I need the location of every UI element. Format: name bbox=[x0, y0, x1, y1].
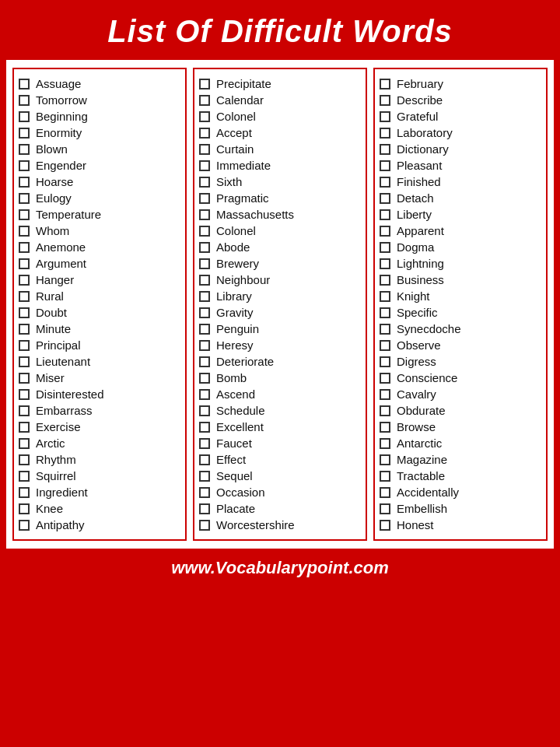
checkbox-icon[interactable] bbox=[19, 487, 30, 498]
checkbox-icon[interactable] bbox=[380, 144, 390, 155]
checkbox-icon[interactable] bbox=[380, 340, 390, 351]
checkbox-icon[interactable] bbox=[19, 144, 30, 155]
checkbox-icon[interactable] bbox=[19, 291, 30, 302]
checkbox-icon[interactable] bbox=[380, 307, 390, 318]
list-item: Dogma bbox=[380, 239, 541, 255]
checkbox-icon[interactable] bbox=[380, 193, 390, 204]
checkbox-icon[interactable] bbox=[380, 275, 390, 286]
checkbox-icon[interactable] bbox=[199, 144, 210, 155]
checkbox-icon[interactable] bbox=[199, 324, 210, 335]
checkbox-icon[interactable] bbox=[199, 405, 210, 416]
checkbox-icon[interactable] bbox=[199, 193, 210, 204]
checkbox-icon[interactable] bbox=[19, 177, 30, 188]
checkbox-icon[interactable] bbox=[380, 160, 390, 171]
checkbox-icon[interactable] bbox=[199, 356, 210, 367]
checkbox-icon[interactable] bbox=[199, 389, 210, 400]
list-item: Pragmatic bbox=[199, 190, 361, 206]
checkbox-icon[interactable] bbox=[380, 356, 390, 367]
checkbox-icon[interactable] bbox=[380, 487, 390, 498]
checkbox-icon[interactable] bbox=[19, 438, 30, 449]
checkbox-icon[interactable] bbox=[380, 503, 390, 514]
checkbox-icon[interactable] bbox=[380, 242, 390, 253]
list-item: Cavalry bbox=[380, 386, 541, 402]
checkbox-icon[interactable] bbox=[380, 324, 390, 335]
checkbox-icon[interactable] bbox=[19, 307, 30, 318]
checkbox-icon[interactable] bbox=[380, 471, 390, 482]
checkbox-icon[interactable] bbox=[380, 438, 390, 449]
checkbox-icon[interactable] bbox=[19, 422, 30, 433]
checkbox-icon[interactable] bbox=[19, 160, 30, 171]
checkbox-icon[interactable] bbox=[19, 373, 30, 384]
checkbox-icon[interactable] bbox=[19, 209, 30, 220]
checkbox-icon[interactable] bbox=[199, 373, 210, 384]
word-label: Sequel bbox=[216, 469, 253, 482]
checkbox-icon[interactable] bbox=[199, 242, 210, 253]
checkbox-icon[interactable] bbox=[199, 471, 210, 482]
checkbox-icon[interactable] bbox=[19, 226, 30, 237]
list-item: Anemone bbox=[19, 239, 180, 255]
checkbox-icon[interactable] bbox=[380, 373, 390, 384]
checkbox-icon[interactable] bbox=[199, 291, 210, 302]
checkbox-icon[interactable] bbox=[19, 128, 30, 139]
checkbox-icon[interactable] bbox=[199, 454, 210, 465]
checkbox-icon[interactable] bbox=[199, 275, 210, 286]
checkbox-icon[interactable] bbox=[199, 160, 210, 171]
checkbox-icon[interactable] bbox=[380, 95, 390, 106]
checkbox-icon[interactable] bbox=[19, 258, 30, 269]
checkbox-icon[interactable] bbox=[380, 79, 390, 89]
checkbox-icon[interactable] bbox=[380, 454, 390, 465]
checkbox-icon[interactable] bbox=[199, 95, 210, 106]
checkbox-icon[interactable] bbox=[199, 177, 210, 188]
checkbox-icon[interactable] bbox=[199, 258, 210, 269]
checkbox-icon[interactable] bbox=[199, 307, 210, 318]
checkbox-icon[interactable] bbox=[380, 209, 390, 220]
checkbox-icon[interactable] bbox=[199, 128, 210, 139]
checkbox-icon[interactable] bbox=[19, 111, 30, 122]
checkbox-icon[interactable] bbox=[19, 520, 30, 531]
checkbox-icon[interactable] bbox=[199, 520, 210, 531]
list-item: Squirrel bbox=[19, 468, 180, 484]
checkbox-icon[interactable] bbox=[19, 471, 30, 482]
checkbox-icon[interactable] bbox=[19, 242, 30, 253]
checkbox-icon[interactable] bbox=[19, 340, 30, 351]
list-item: Miser bbox=[19, 370, 180, 386]
checkbox-icon[interactable] bbox=[380, 128, 390, 139]
checkbox-icon[interactable] bbox=[199, 79, 210, 89]
checkbox-icon[interactable] bbox=[19, 503, 30, 514]
checkbox-icon[interactable] bbox=[380, 520, 390, 531]
word-label: Blown bbox=[36, 142, 68, 156]
checkbox-icon[interactable] bbox=[380, 389, 390, 400]
checkbox-icon[interactable] bbox=[199, 209, 210, 220]
checkbox-icon[interactable] bbox=[380, 291, 390, 302]
list-item: Temperature bbox=[19, 206, 180, 223]
checkbox-icon[interactable] bbox=[380, 405, 390, 416]
checkbox-icon[interactable] bbox=[199, 503, 210, 514]
column-2: PrecipitateCalendarColonelAcceptCurtainI… bbox=[193, 68, 367, 541]
checkbox-icon[interactable] bbox=[19, 324, 30, 335]
checkbox-icon[interactable] bbox=[380, 177, 390, 188]
checkbox-icon[interactable] bbox=[19, 193, 30, 204]
list-item: Precipitate bbox=[199, 75, 361, 92]
checkbox-icon[interactable] bbox=[380, 258, 390, 269]
checkbox-icon[interactable] bbox=[19, 275, 30, 286]
checkbox-icon[interactable] bbox=[199, 438, 210, 449]
checkbox-icon[interactable] bbox=[19, 79, 30, 89]
checkbox-icon[interactable] bbox=[19, 454, 30, 465]
checkbox-icon[interactable] bbox=[380, 111, 390, 122]
checkbox-icon[interactable] bbox=[19, 389, 30, 400]
checkbox-icon[interactable] bbox=[199, 487, 210, 498]
checkbox-icon[interactable] bbox=[380, 422, 390, 433]
checkbox-icon[interactable] bbox=[380, 226, 390, 237]
list-item: Whom bbox=[19, 223, 180, 239]
word-label: Brewery bbox=[216, 257, 259, 270]
checkbox-icon[interactable] bbox=[199, 422, 210, 433]
list-item: Antipathy bbox=[19, 517, 180, 533]
list-item: Knee bbox=[19, 500, 180, 517]
checkbox-icon[interactable] bbox=[19, 95, 30, 106]
checkbox-icon[interactable] bbox=[199, 340, 210, 351]
checkbox-icon[interactable] bbox=[199, 226, 210, 237]
checkbox-icon[interactable] bbox=[199, 111, 210, 122]
checkbox-icon[interactable] bbox=[19, 356, 30, 367]
checkbox-icon[interactable] bbox=[19, 405, 30, 416]
list-item: Ascend bbox=[199, 386, 361, 402]
